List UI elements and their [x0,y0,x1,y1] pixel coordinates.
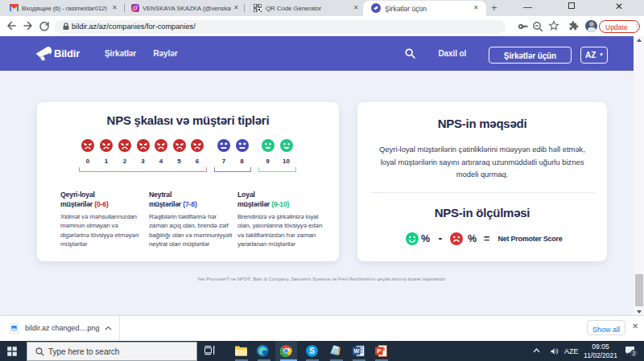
svg-text:W: W [353,347,360,355]
svg-text:S: S [309,347,315,355]
svg-text:P: P [377,347,381,355]
